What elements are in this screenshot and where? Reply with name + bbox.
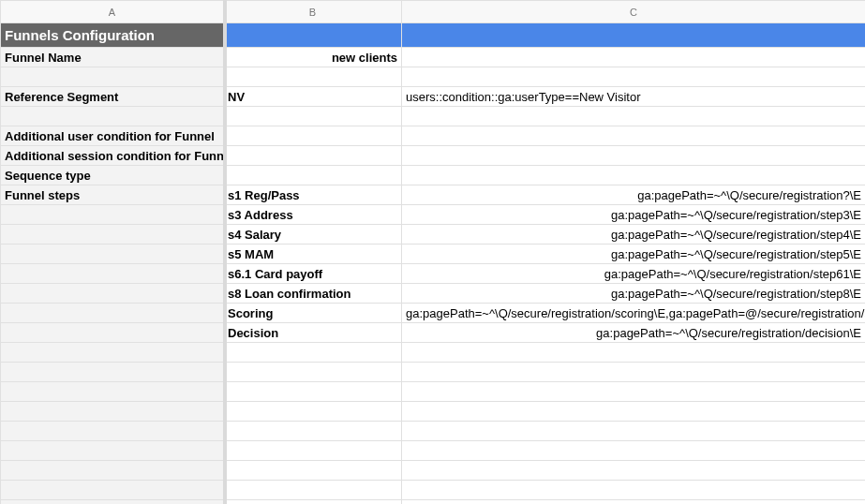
cell[interactable] — [1, 402, 224, 422]
header-blue-cell[interactable] — [402, 23, 866, 48]
cell[interactable] — [224, 481, 402, 500]
table-row: Sequence type — [1, 166, 866, 185]
table-row: Funnel stepss1 Reg/Passga:pagePath=~^\Q/… — [1, 185, 866, 205]
table-row: Additional session condition for Funnel — [1, 146, 866, 166]
cell[interactable] — [224, 146, 402, 166]
table-row — [1, 343, 866, 363]
header-blue-cell[interactable] — [224, 23, 402, 48]
cell[interactable] — [402, 382, 866, 402]
value-reference-segment-code[interactable]: NV — [224, 87, 402, 107]
step-name[interactable]: s3 Address — [224, 205, 402, 225]
cell[interactable] — [402, 67, 866, 87]
step-path[interactable]: ga:pagePath=~^\Q/secure/registration/ste… — [402, 284, 866, 304]
cell[interactable] — [402, 146, 866, 166]
cell[interactable] — [1, 461, 224, 481]
cell[interactable] — [402, 481, 866, 500]
cell[interactable] — [1, 500, 224, 505]
cell[interactable] — [402, 363, 866, 382]
label-empty[interactable] — [1, 245, 224, 264]
label-sequence-type[interactable]: Sequence type — [1, 166, 224, 185]
col-header-C[interactable]: C — [402, 1, 866, 23]
table-row: Additional user condition for Funnel — [1, 126, 866, 146]
cell[interactable] — [402, 441, 866, 461]
cell[interactable] — [224, 107, 402, 126]
cell[interactable] — [224, 402, 402, 422]
cell[interactable] — [1, 67, 224, 87]
table-row: Reference SegmentNVusers::condition::ga:… — [1, 87, 866, 107]
cell[interactable] — [1, 481, 224, 500]
label-funnel-steps[interactable]: Funnel steps — [1, 185, 224, 205]
cell[interactable] — [1, 107, 224, 126]
table-row: Funnel Namenew clients — [1, 48, 866, 67]
label-additional-user-cond[interactable]: Additional user condition for Funnel — [1, 126, 224, 146]
section-title[interactable]: Funnels Configuration — [1, 23, 224, 48]
grid[interactable]: A B C Funnels ConfigurationFunnel Namene… — [0, 0, 865, 504]
cell[interactable] — [402, 500, 866, 505]
table-row: s5 MAMga:pagePath=~^\Q/secure/registrati… — [1, 245, 866, 264]
step-name[interactable]: s4 Salary — [224, 225, 402, 245]
cell[interactable] — [1, 441, 224, 461]
step-name[interactable]: s6.1 Card payoff — [224, 264, 402, 284]
col-header-B[interactable]: B — [224, 1, 402, 23]
step-path[interactable]: ga:pagePath=~^\Q/secure/registration/ste… — [402, 245, 866, 264]
cell[interactable] — [224, 343, 402, 363]
table-row: Scoringga:pagePath=~^\Q/secure/registrat… — [1, 304, 866, 323]
cell[interactable] — [402, 402, 866, 422]
step-name[interactable]: Scoring — [224, 304, 402, 323]
table-row: Funnels Configuration — [1, 23, 866, 48]
col-header-A[interactable]: A — [1, 1, 224, 23]
table-row — [1, 481, 866, 500]
step-name[interactable]: s8 Loan confirmation — [224, 284, 402, 304]
step-path[interactable]: ga:pagePath=~^\Q/secure/registration/sco… — [402, 304, 866, 323]
value-reference-segment-def[interactable]: users::condition::ga:userType==New Visit… — [402, 87, 866, 107]
cell[interactable] — [224, 67, 402, 87]
step-path[interactable]: ga:pagePath=~^\Q/secure/registration/dec… — [402, 323, 866, 343]
cell[interactable] — [224, 500, 402, 505]
table-row — [1, 422, 866, 441]
cell[interactable] — [1, 382, 224, 402]
step-path[interactable]: ga:pagePath=~^\Q/secure/registration/ste… — [402, 205, 866, 225]
value-funnel-name[interactable]: new clients — [224, 48, 402, 67]
cell[interactable] — [402, 343, 866, 363]
step-path[interactable]: ga:pagePath=~^\Q/secure/registration/ste… — [402, 225, 866, 245]
cell[interactable] — [224, 422, 402, 441]
spreadsheet[interactable]: A B C Funnels ConfigurationFunnel Namene… — [0, 0, 865, 504]
cell[interactable] — [402, 166, 866, 185]
cell[interactable] — [1, 343, 224, 363]
cell[interactable] — [1, 422, 224, 441]
label-empty[interactable] — [1, 205, 224, 225]
label-empty[interactable] — [1, 225, 224, 245]
cell[interactable] — [402, 107, 866, 126]
label-funnel-name[interactable]: Funnel Name — [1, 48, 224, 67]
cell[interactable] — [224, 166, 402, 185]
cell[interactable] — [224, 461, 402, 481]
table-row: s4 Salaryga:pagePath=~^\Q/secure/registr… — [1, 225, 866, 245]
table-row — [1, 441, 866, 461]
cell[interactable] — [402, 48, 866, 67]
cell[interactable] — [1, 363, 224, 382]
cell[interactable] — [402, 422, 866, 441]
cell[interactable] — [224, 363, 402, 382]
step-name[interactable]: Decision — [224, 323, 402, 343]
table-row — [1, 500, 866, 505]
label-additional-session-cond[interactable]: Additional session condition for Funnel — [1, 146, 224, 166]
table-row — [1, 363, 866, 382]
cell[interactable] — [224, 126, 402, 146]
cell[interactable] — [224, 382, 402, 402]
table-row — [1, 402, 866, 422]
label-empty[interactable] — [1, 284, 224, 304]
label-empty[interactable] — [1, 323, 224, 343]
step-name[interactable]: s1 Reg/Pass — [224, 185, 402, 205]
table-row: s3 Addressga:pagePath=~^\Q/secure/regist… — [1, 205, 866, 225]
label-empty[interactable] — [1, 304, 224, 323]
table-row: Decisionga:pagePath=~^\Q/secure/registra… — [1, 323, 866, 343]
step-name[interactable]: s5 MAM — [224, 245, 402, 264]
step-path[interactable]: ga:pagePath=~^\Q/secure/registration/ste… — [402, 264, 866, 284]
table-row — [1, 382, 866, 402]
step-path[interactable]: ga:pagePath=~^\Q/secure/registration?\E — [402, 185, 866, 205]
label-reference-segment[interactable]: Reference Segment — [1, 87, 224, 107]
cell[interactable] — [402, 461, 866, 481]
cell[interactable] — [224, 441, 402, 461]
cell[interactable] — [402, 126, 866, 146]
label-empty[interactable] — [1, 264, 224, 284]
